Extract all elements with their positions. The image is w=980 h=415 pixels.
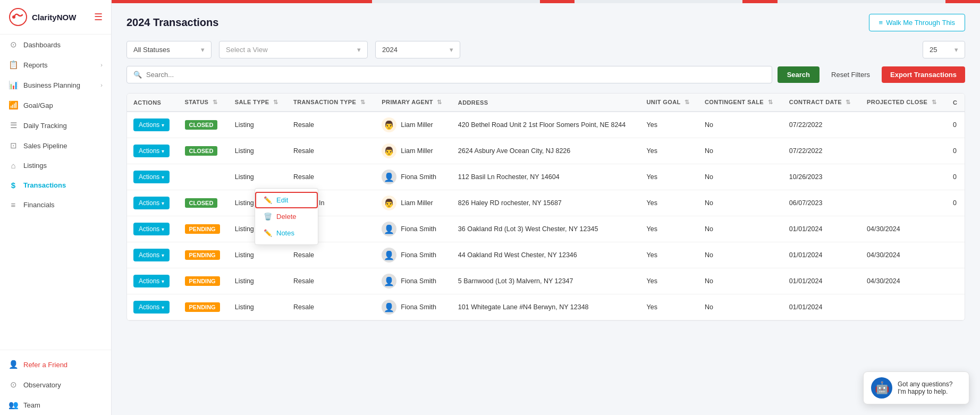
c-cell [947,216,965,242]
address-cell: 5 Barnwood (Lot 3) Malvern, NY 12347 [452,268,640,294]
dropdown-notes-item[interactable]: ✏️ Notes [255,225,318,241]
actions-cell: Actions ▾ [127,294,179,320]
per-page-filter[interactable]: 25 ▾ [923,41,965,58]
contingent-sale-cell: No [698,216,783,242]
actions-caret: ▾ [162,148,164,154]
export-transactions-button[interactable]: Export Transactions [882,66,965,83]
avatar: 👤 [382,170,396,184]
sidebar-label-team: Team [23,401,40,409]
team-icon: 👥 [9,400,18,410]
primary-agent-cell: 👨Liam Miller [375,190,452,216]
chat-widget[interactable]: 🤖 Got any questions? I'm happy to help. [863,371,969,404]
sale-type-cell: Listing [229,242,287,268]
sidebar-item-transactions[interactable]: $ Transactions [0,175,111,195]
avatar: 👨 [382,196,396,210]
actions-caret: ▾ [162,252,164,258]
sidebar-label-goal-gap: Goal/Gap [23,101,53,109]
actions-button[interactable]: Actions ▾ [133,275,170,287]
sidebar-label-reports: Reports [23,61,48,69]
unit-goal-cell: Yes [640,138,698,164]
status-badge: CLOSED [185,120,218,130]
actions-caret: ▾ [162,278,164,284]
actions-button[interactable]: Actions ▾ [133,197,170,209]
dropdown-edit-item[interactable]: ✏️ Edit [255,192,318,208]
edit-icon: ✏️ [264,196,272,204]
actions-dropdown: ✏️ Edit 🗑️ Delete ✏️ Notes [255,188,318,245]
actions-button[interactable]: Actions ▾ [133,171,170,183]
actions-cell: Actions ▾ [127,242,179,268]
actions-cell: Actions ▾ [127,268,179,294]
sidebar-logo: ClarityNOW ☰ [0,0,111,35]
filter-row: All Statuses ▾ Select a View ▾ 2024 ▾ 25… [126,41,965,58]
sidebar-item-observatory[interactable]: ⊙ Observatory [0,375,111,395]
agent-name: Fiona Smith [401,277,436,285]
actions-button[interactable]: Actions ▾ [133,249,170,261]
claritynow-logo [9,7,28,27]
sale-type-cell: Listing [229,138,287,164]
sidebar-item-listings[interactable]: ⌂ Listings [0,156,111,175]
address-cell: 420 Bethel Road Unit 2 1st Floor Somers … [452,112,640,138]
walk-me-icon: ≡ [879,19,883,27]
unit-goal-cell: Yes [640,164,698,190]
sale-type-cell: Listing [229,294,287,320]
sales-pipeline-icon: ⊡ [9,141,18,150]
projected-close-cell [860,112,947,138]
address-cell: 112 Basil Ln Rochester, NY 14604 [452,164,640,190]
sidebar-item-team[interactable]: 👥 Team [0,395,111,415]
walk-me-label: Walk Me Through This [886,19,955,27]
projected-close-cell [860,138,947,164]
table-row: Actions ▾CLOSEDListingResale👨Liam Miller… [127,112,965,138]
agent-cell: 👤Fiona Smith [382,300,445,315]
actions-caret: ▾ [162,200,164,206]
financials-icon: ≡ [9,200,18,209]
search-input[interactable] [146,71,765,79]
notes-label: Notes [276,229,294,237]
table-row: Actions ▾PENDINGListingResale👤Fiona Smit… [127,216,965,242]
sidebar-item-dashboards[interactable]: ⊙ Dashboards [0,35,111,55]
reports-arrow: › [100,62,103,68]
sidebar-item-goal-gap[interactable]: 📶 Goal/Gap [0,95,111,115]
projected-close-cell [860,294,947,320]
view-filter[interactable]: Select a View ▾ [219,41,368,58]
sidebar-item-financials[interactable]: ≡ Financials [0,195,111,215]
agent-cell: 👤Fiona Smith [382,248,445,262]
sidebar-item-reports[interactable]: 📋 Reports › [0,55,111,75]
hamburger-icon[interactable]: ☰ [94,11,103,23]
transaction-type-cell: Resale [287,242,375,268]
contingent-sale-cell: No [698,138,783,164]
table-row: Actions ▾CLOSEDListingReferral In👨Liam M… [127,190,965,216]
actions-button[interactable]: Actions ▾ [133,118,170,131]
primary-agent-cell: 👤Fiona Smith [375,164,452,190]
daily-tracking-icon: ☰ [9,121,18,130]
avatar: 👤 [382,248,396,262]
walk-me-through-button[interactable]: ≡ Walk Me Through This [869,14,965,31]
actions-button[interactable]: Actions ▾ [133,223,170,235]
status-cell [179,164,229,190]
actions-cell: Actions ▾ [127,138,179,164]
page-header: 2024 Transactions ≡ Walk Me Through This [126,14,965,31]
sidebar-item-business-planning[interactable]: 📊 Business Planning › [0,75,111,95]
contract-date-cell: 01/01/2024 [783,294,860,320]
actions-caret: ▾ [162,304,164,310]
col-contingent-sale: CONTINGENT SALE ⇅ [698,94,783,112]
search-box: 🔍 [126,66,772,83]
table-row: Actions ▾PENDINGListingResale👤Fiona Smit… [127,268,965,294]
actions-button[interactable]: Actions ▾ [133,301,170,314]
status-filter[interactable]: All Statuses ▾ [126,41,212,58]
reset-filters-button[interactable]: Reset Filters [825,66,876,83]
status-filter-label: All Statuses [133,46,170,54]
col-sale-type: SALE TYPE ⇅ [229,94,287,112]
sidebar-label-sales-pipeline: Sales Pipeline [23,142,67,150]
search-button[interactable]: Search [778,66,820,83]
transactions-table-wrapper: ACTIONS STATUS ⇅ SALE TYPE ⇅ TRANSACTION… [126,93,965,321]
unit-goal-cell: Yes [640,216,698,242]
sidebar-item-sales-pipeline[interactable]: ⊡ Sales Pipeline [0,135,111,156]
c-cell: 0 [947,190,965,216]
year-filter[interactable]: 2024 ▾ [375,41,460,58]
sidebar-label-financials: Financials [23,201,55,209]
sidebar-item-daily-tracking[interactable]: ☰ Daily Tracking [0,115,111,135]
actions-button[interactable]: Actions ▾ [133,145,170,157]
dropdown-delete-item[interactable]: 🗑️ Delete [255,208,318,225]
sidebar-item-refer-friend[interactable]: 👤 Refer a Friend [0,354,111,375]
svg-point-0 [10,9,27,26]
